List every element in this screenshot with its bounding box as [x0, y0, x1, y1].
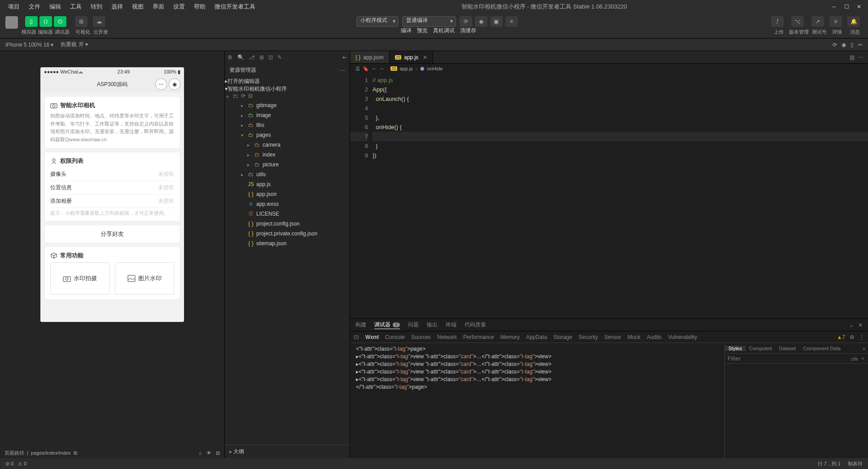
- outline-section[interactable]: 大纲: [225, 445, 350, 458]
- tab-close-icon[interactable]: ✕: [423, 54, 427, 61]
- devtab-wxml[interactable]: Wxml: [365, 334, 379, 340]
- menu-ui[interactable]: 界面: [148, 3, 169, 11]
- status-indent[interactable]: 制表符: [848, 460, 863, 467]
- tree-utils[interactable]: ▸🗀utils: [228, 169, 350, 179]
- sim-eye-icon[interactable]: 👁: [206, 450, 211, 456]
- panel-close-icon[interactable]: ✕: [858, 322, 863, 328]
- tree-camera[interactable]: ▸🗀camera: [228, 140, 350, 150]
- tab-app-json[interactable]: { }app.json: [350, 51, 390, 63]
- testid-button[interactable]: ↗: [811, 16, 824, 27]
- split-editor-icon[interactable]: ▥: [850, 54, 855, 61]
- clearcache-button[interactable]: ≡: [505, 16, 518, 27]
- styles-filter-input[interactable]: [728, 355, 850, 362]
- devtab-appdata[interactable]: AppData: [526, 334, 547, 340]
- sim-home-icon[interactable]: ⌂: [199, 450, 202, 456]
- add-style-icon[interactable]: ＋: [860, 355, 865, 362]
- devtab-storage[interactable]: Storage: [553, 334, 572, 340]
- status-errors[interactable]: ⊘ 0: [5, 461, 13, 467]
- simulator-button[interactable]: ▯: [25, 16, 38, 27]
- menu-select[interactable]: 选择: [107, 3, 127, 11]
- styletab-styles[interactable]: Styles: [725, 346, 745, 351]
- copy-icon[interactable]: ⧉: [74, 450, 77, 456]
- avatar[interactable]: [5, 16, 18, 29]
- panel-tab-terminal[interactable]: 终端: [446, 321, 456, 329]
- tree-pages[interactable]: ▾🗀pages: [228, 130, 350, 140]
- styletab-dataset[interactable]: Dataset: [776, 346, 800, 351]
- tree-sitemap.json[interactable]: { }sitemap.json: [228, 239, 350, 248]
- capsule-close-icon[interactable]: ◉: [169, 78, 180, 90]
- close-icon[interactable]: ✕: [854, 1, 864, 12]
- mode-select[interactable]: 小程序模式: [356, 16, 399, 27]
- sim-phone-icon[interactable]: ▯: [850, 42, 854, 48]
- tree-project.private.config.json[interactable]: { }project.private.config.json: [228, 229, 350, 239]
- minimize-icon[interactable]: ─: [829, 1, 839, 12]
- perm-row[interactable]: 位置信息未授权: [50, 181, 174, 195]
- gear-icon[interactable]: ⚙: [850, 334, 855, 340]
- tree-app.json[interactable]: { }app.json: [228, 189, 350, 199]
- debugger-button[interactable]: ⌬: [54, 16, 66, 27]
- tree-LICENSE[interactable]: ©LICENSE: [228, 209, 350, 219]
- upload-button[interactable]: ⤴: [771, 16, 784, 27]
- hotreload-select[interactable]: 热重载 开 ▾: [61, 41, 88, 48]
- styletab-more-icon[interactable]: »: [860, 346, 868, 351]
- func-watermark-shoot[interactable]: 水印拍摄: [50, 262, 110, 295]
- panel-tab-problems[interactable]: 问题: [408, 321, 419, 329]
- devtab-audits[interactable]: Audits: [647, 334, 662, 340]
- status-warnings[interactable]: ⚠ 0: [18, 461, 26, 467]
- devtab-mock[interactable]: Mock: [627, 334, 640, 340]
- devtab-network[interactable]: Network: [437, 334, 457, 340]
- tree-index[interactable]: ▸🗀index: [228, 150, 350, 160]
- inspect-icon[interactable]: ⮹: [354, 334, 359, 340]
- refresh-button[interactable]: ⟳: [460, 16, 472, 27]
- devtab-sources[interactable]: Sources: [411, 334, 431, 340]
- open-editors[interactable]: ▸打开的编辑器: [225, 78, 350, 85]
- page-path[interactable]: pages/index/index: [31, 450, 71, 456]
- devtab-memory[interactable]: Memory: [500, 334, 520, 340]
- styletab-computed[interactable]: Computed: [745, 346, 776, 351]
- devtab-console[interactable]: Console: [385, 334, 405, 340]
- crumb-back-icon[interactable]: ←: [372, 66, 377, 71]
- tree-image[interactable]: ▸🗀image: [228, 110, 350, 120]
- perm-row[interactable]: 摄像头未授权: [50, 168, 174, 181]
- status-cursor[interactable]: 行 7，列 1: [818, 460, 841, 467]
- styletab-compdata[interactable]: Component Data: [800, 346, 844, 351]
- tree-project.config.json[interactable]: { }project.config.json: [228, 219, 350, 229]
- panel-collapse-icon[interactable]: ⌄: [849, 322, 854, 328]
- menu-tools[interactable]: 工具: [66, 3, 86, 11]
- new-folder-icon[interactable]: 🗀: [233, 93, 238, 100]
- brush-icon[interactable]: ✎: [277, 54, 282, 61]
- panel-tab-build[interactable]: 构建: [355, 321, 366, 329]
- message-button[interactable]: 🔔: [847, 16, 860, 27]
- perm-row[interactable]: 添加相册未授权: [50, 195, 174, 208]
- crumb-list-icon[interactable]: ☰: [355, 66, 360, 72]
- plugins-icon[interactable]: ⊞: [259, 54, 264, 61]
- devtab-security[interactable]: Security: [579, 334, 598, 340]
- device-select[interactable]: iPhone 5 100% 16 ▾: [5, 42, 53, 48]
- breadcrumb[interactable]: ☰ 🔖 ← → JS app.js› ⬢onHide: [350, 64, 868, 74]
- visualize-button[interactable]: ⊞: [75, 16, 88, 27]
- share-button[interactable]: 分享好友: [45, 226, 180, 243]
- cls-toggle[interactable]: .cls: [850, 356, 858, 361]
- compile-select[interactable]: 普通编译: [402, 16, 456, 27]
- maximize-icon[interactable]: ☐: [841, 1, 852, 12]
- files-icon[interactable]: 🗎: [228, 54, 233, 61]
- project-root[interactable]: ▾智能水印相机微信小程序 ＋ 🗀 ⟳ ⊟: [225, 85, 350, 100]
- panel-tab-debugger[interactable]: 调试器 7: [374, 321, 400, 329]
- panel-tab-quality[interactable]: 代码质量: [465, 321, 486, 329]
- tree-libs[interactable]: ▸🗀libs: [228, 120, 350, 130]
- crumb-fwd-icon[interactable]: →: [379, 66, 384, 71]
- ext-icon[interactable]: ⊡: [268, 54, 273, 61]
- realdev-button[interactable]: ▣: [490, 16, 503, 27]
- devtab-performance[interactable]: Performance: [463, 334, 494, 340]
- collapse-icon[interactable]: ⇤: [342, 54, 347, 61]
- collapse-tree-icon[interactable]: ⊟: [248, 93, 253, 100]
- tree-gitimage[interactable]: ▸🗀gitimage: [228, 100, 350, 110]
- branch-icon[interactable]: ⎇: [249, 54, 255, 61]
- menu-project[interactable]: 项目: [4, 3, 24, 11]
- tab-app-js[interactable]: JSapp.js✕: [390, 51, 434, 63]
- menu-edit[interactable]: 编辑: [45, 3, 66, 11]
- devtools-more-icon[interactable]: ⋮: [859, 334, 864, 340]
- warning-badge[interactable]: ▲7: [837, 334, 845, 340]
- sim-record-icon[interactable]: ◉: [842, 42, 846, 48]
- editor-button[interactable]: ⟨⟩: [39, 16, 52, 27]
